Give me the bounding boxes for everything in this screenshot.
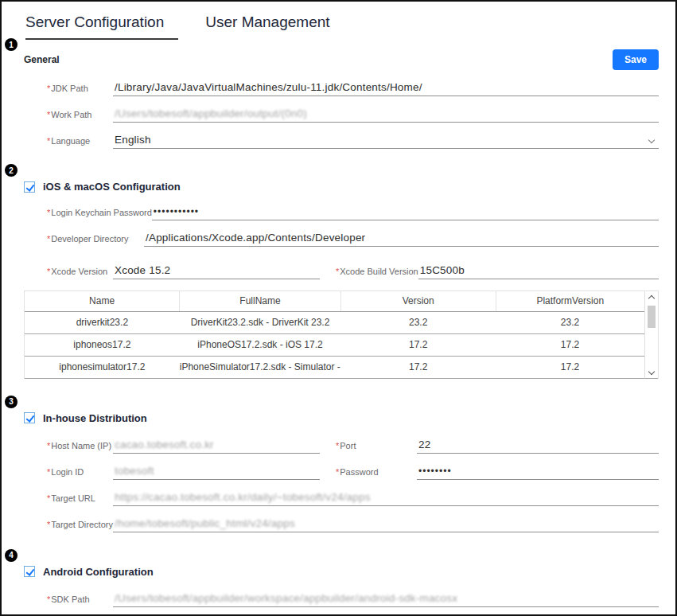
port-input[interactable]: 22	[417, 439, 659, 454]
tab-server-configuration[interactable]: Server Configuration	[25, 14, 178, 40]
general-section-title: General	[24, 54, 60, 65]
sdk-path-input[interactable]: /Users/tobesoft/appbuilder/workspace/app…	[113, 592, 659, 607]
jdk-path-label: JDK Path	[47, 84, 113, 96]
save-button[interactable]: Save	[613, 49, 659, 70]
android-section-title: Android Configuration	[43, 566, 154, 578]
login-id-input[interactable]: tobesoft	[113, 465, 320, 480]
scroll-down-icon[interactable]	[648, 368, 655, 374]
scrollbar-thumb[interactable]	[648, 306, 656, 328]
column-header-name[interactable]: Name	[25, 291, 180, 311]
host-name-input[interactable]: cacao.tobesoft.co.kr	[113, 439, 320, 454]
scroll-up-icon[interactable]	[648, 295, 655, 302]
inhouse-section-title: In-house Distribution	[43, 412, 147, 424]
sdk-path-label: SDK Path	[47, 595, 113, 607]
tab-user-management[interactable]: User Management	[205, 14, 329, 40]
section-general: 1 General Save JDK Path /Library/Java/Ja…	[24, 49, 659, 149]
android-checkbox[interactable]	[24, 566, 35, 577]
section-ios-macos: 2 iOS & macOS Configuration Login Keycha…	[24, 181, 659, 379]
table-row[interactable]: iphoneos17.2 iPhoneOS17.2.sdk - iOS 17.2…	[25, 333, 644, 356]
jdk-path-input[interactable]: /Library/Java/JavaVirtualMachines/zulu-1…	[113, 81, 659, 96]
login-id-label: Login ID	[47, 467, 113, 480]
target-url-input[interactable]: https://cacao.tobesoft.co.kr/daily/~tobe…	[113, 491, 659, 506]
sdk-table-container: Name FullName Version PlatformVersion dr…	[24, 290, 659, 379]
xcode-build-version-input[interactable]: 15C500b	[418, 264, 659, 279]
xcode-version-label: Xcode Version	[47, 267, 113, 279]
language-select[interactable]: English	[113, 134, 659, 149]
column-header-fullname[interactable]: FullName	[180, 291, 341, 311]
language-label: Language	[47, 136, 113, 149]
developer-directory-input[interactable]: /Applications/Xcode.app/Contents/Develop…	[144, 232, 659, 247]
port-label: Port	[336, 441, 417, 454]
host-name-label: Host Name (IP)	[47, 441, 113, 454]
vertical-scrollbar[interactable]	[644, 291, 658, 379]
step-badge-4: 4	[5, 549, 18, 562]
step-badge-2: 2	[5, 164, 18, 177]
chevron-down-icon	[648, 137, 655, 143]
password-label: Password	[336, 467, 417, 480]
xcode-version-input[interactable]: Xcode 15.2	[113, 264, 320, 279]
keychain-password-input[interactable]: •••••••••••	[152, 205, 659, 220]
column-header-version[interactable]: Version	[340, 291, 496, 311]
target-url-label: Target URL	[47, 493, 113, 506]
password-input[interactable]: ••••••••	[417, 465, 659, 480]
developer-directory-label: Developer Directory	[47, 234, 144, 247]
tab-bar: Server Configuration User Management	[2, 2, 675, 40]
inhouse-checkbox[interactable]	[24, 412, 35, 423]
ios-sdk-table-header-row: Name FullName Version PlatformVersion	[25, 291, 644, 311]
work-path-input[interactable]: /Users/tobesoft/appbuilder/output/(0n0)	[113, 107, 659, 123]
work-path-label: Work Path	[47, 110, 113, 123]
keychain-password-label: Login Keychain Password	[47, 208, 152, 220]
target-directory-label: Target Directory	[47, 520, 113, 532]
xcode-build-version-label: Xcode Build Version	[336, 267, 418, 279]
step-badge-3: 3	[5, 396, 18, 408]
table-row[interactable]: driverkit23.2 DriverKit23.2.sdk - Driver…	[25, 311, 644, 333]
ios-macos-checkbox[interactable]	[24, 181, 35, 193]
ios-macos-section-title: iOS & macOS Configuration	[43, 181, 181, 193]
section-android: 4 Android Configuration SDK Path /Users/…	[24, 566, 659, 616]
section-inhouse: 3 In-house Distribution Host Name (IP) c…	[24, 412, 659, 532]
ios-sdk-table: Name FullName Version PlatformVersion dr…	[25, 291, 644, 379]
column-header-platformversion[interactable]: PlatformVersion	[496, 291, 644, 311]
step-badge-1: 1	[5, 38, 18, 51]
table-row[interactable]: iphonesimulator17.2 iPhoneSimulator17.2.…	[25, 356, 644, 378]
target-directory-input[interactable]: /home/tobesoft/public_html/v24/apps	[113, 517, 659, 532]
